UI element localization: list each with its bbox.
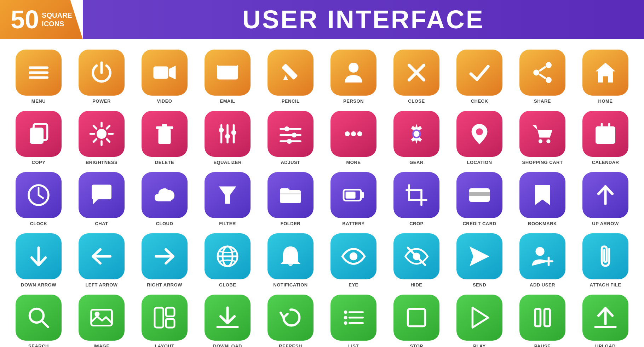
icon-box-menu[interactable] — [16, 50, 62, 96]
icon-item-email: EMAIL — [196, 50, 259, 104]
svg-point-62 — [604, 138, 607, 141]
icon-box-filter[interactable] — [205, 172, 251, 218]
svg-point-105 — [344, 311, 347, 314]
icon-box-folder[interactable] — [268, 172, 314, 218]
icon-box-copy[interactable] — [16, 111, 62, 157]
svg-rect-111 — [408, 309, 425, 326]
svg-point-45 — [287, 139, 292, 144]
icon-box-chat[interactable] — [79, 172, 125, 218]
icon-box-check[interactable] — [456, 50, 502, 96]
icon-box-uparrow[interactable] — [582, 172, 628, 218]
icon-box-more[interactable] — [330, 111, 376, 157]
icon-box-brightness[interactable] — [79, 111, 125, 157]
svg-rect-101 — [166, 308, 175, 317]
icon-box-crop[interactable] — [393, 172, 439, 218]
svg-line-24 — [94, 126, 97, 129]
icon-box-home[interactable] — [582, 50, 628, 96]
icon-box-delete[interactable] — [142, 111, 188, 157]
svg-line-66 — [39, 195, 43, 198]
svg-rect-3 — [154, 67, 168, 79]
icon-item-send: SEND — [448, 233, 511, 288]
icon-box-pause[interactable] — [519, 295, 565, 341]
icon-item-home: HOME — [574, 50, 637, 104]
icon-box-location[interactable] — [456, 111, 502, 157]
icon-item-list: LIST — [322, 295, 385, 347]
icon-box-download[interactable] — [205, 295, 251, 341]
icon-item-pencil: PENCIL — [259, 50, 322, 104]
icon-label-uparrow: UP ARROW — [592, 221, 619, 226]
icon-label-image: IMAGE — [93, 343, 109, 347]
svg-marker-92 — [470, 246, 489, 266]
svg-line-14 — [539, 67, 546, 71]
icon-box-person[interactable] — [330, 50, 376, 96]
svg-point-48 — [357, 131, 362, 136]
icon-box-leftarrow[interactable] — [79, 233, 125, 279]
icon-box-creditcard[interactable] — [456, 172, 502, 218]
icon-box-upload[interactable] — [582, 295, 628, 341]
icon-label-adjust: ADJUST — [281, 160, 300, 165]
icon-box-clock[interactable] — [16, 172, 62, 218]
icon-item-shopping-cart: SHOPPING CART — [511, 111, 574, 165]
icon-box-send[interactable] — [456, 233, 502, 279]
icon-item-clock: CLOCK — [7, 172, 70, 226]
icon-item-search: SEARCH — [7, 295, 70, 347]
icon-label-creditcard: CREDIT CARD — [462, 221, 496, 226]
icon-label-equalizer: EQUALIZER — [213, 160, 242, 165]
svg-line-26 — [107, 126, 110, 129]
icon-box-pencil[interactable] — [268, 50, 314, 96]
page-title: USER INTERFACE — [242, 5, 484, 34]
icon-box-battery[interactable] — [330, 172, 376, 218]
icon-box-layout[interactable] — [142, 295, 188, 341]
icon-box-adjust[interactable] — [268, 111, 314, 157]
icon-box-play[interactable] — [456, 295, 502, 341]
icon-box-adduser[interactable] — [519, 233, 565, 279]
icon-box-eye[interactable] — [330, 233, 376, 279]
icon-box-stop[interactable] — [393, 295, 439, 341]
icon-label-share: SHARE — [534, 98, 551, 104]
icon-box-calendar[interactable] — [582, 111, 628, 157]
icon-label-list: LIST — [348, 343, 359, 347]
icon-box-refresh[interactable] — [268, 295, 314, 341]
icon-item-down-arrow: DOWN ARROW — [7, 233, 70, 288]
icon-box-notification[interactable] — [268, 233, 314, 279]
icon-box-cart[interactable] — [519, 111, 565, 157]
icon-box-email[interactable] — [205, 50, 251, 96]
icon-box-gear[interactable] — [393, 111, 439, 157]
icon-label-home: HOME — [598, 98, 613, 104]
icon-box-rightarrow[interactable] — [142, 233, 188, 279]
icon-box-bookmark[interactable] — [519, 172, 565, 218]
icon-box-search[interactable] — [16, 295, 62, 341]
icon-box-power[interactable] — [79, 50, 125, 96]
svg-rect-113 — [535, 309, 540, 326]
icon-item-eye: EYE — [322, 233, 385, 288]
icon-label-copy: COPY — [32, 160, 46, 165]
icon-item-refresh: REFRESH — [259, 295, 322, 347]
icon-label-calendar: CALENDAR — [592, 160, 619, 165]
icon-item-adjust: ADJUST — [259, 111, 322, 165]
icon-item-crop: CROP — [385, 172, 448, 226]
svg-marker-7 — [283, 75, 288, 80]
icon-box-close[interactable] — [393, 50, 439, 96]
icon-box-share[interactable] — [519, 50, 565, 96]
svg-rect-100 — [155, 308, 163, 328]
icon-box-globe[interactable] — [205, 233, 251, 279]
icon-box-attach[interactable] — [582, 233, 628, 279]
svg-point-109 — [344, 322, 347, 325]
icon-label-stop: STOP — [410, 343, 423, 347]
svg-line-97 — [41, 320, 48, 327]
icon-label-chat: CHAT — [95, 221, 108, 226]
icon-box-image[interactable] — [79, 295, 125, 341]
icon-box-equalizer[interactable] — [205, 111, 251, 157]
svg-point-8 — [349, 63, 358, 73]
icon-box-cloud[interactable] — [142, 172, 188, 218]
icon-box-video[interactable] — [142, 50, 188, 96]
icon-box-downarrow[interactable] — [16, 233, 62, 279]
icon-label-play: PLAY — [473, 343, 485, 347]
svg-point-69 — [104, 190, 107, 194]
icon-box-list[interactable] — [330, 295, 376, 341]
icon-box-hide[interactable] — [393, 233, 439, 279]
icon-item-check: CHECK — [448, 50, 511, 104]
svg-line-27 — [94, 139, 97, 142]
icon-item-upload: UPLOAD — [574, 295, 637, 347]
icon-label-email: EMAIL — [220, 98, 235, 104]
